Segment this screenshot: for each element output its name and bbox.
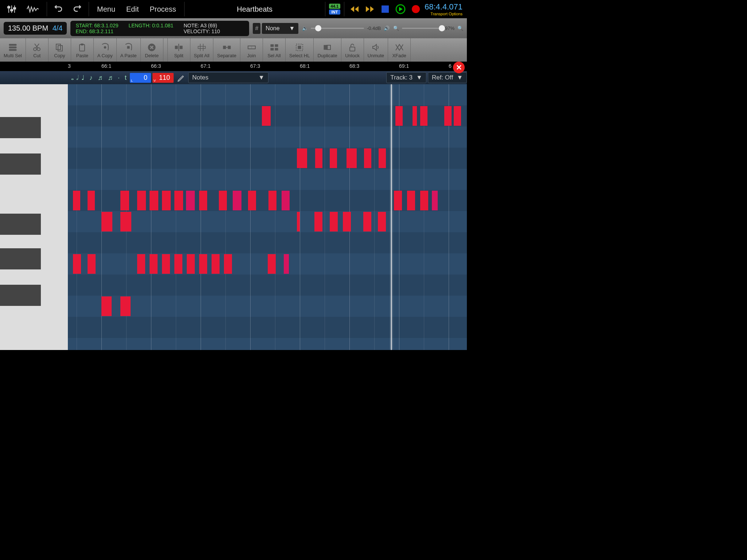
midi-note[interactable]: [297, 148, 307, 168]
midi-note[interactable]: [120, 191, 129, 210]
midi-note[interactable]: [343, 212, 351, 232]
cut-button[interactable]: Cut: [26, 38, 49, 62]
playhead[interactable]: [391, 84, 392, 350]
midi-note[interactable]: [88, 254, 96, 274]
black-key[interactable]: [0, 214, 41, 235]
record-button[interactable]: [411, 4, 421, 14]
a-paste-button[interactable]: A Paste: [117, 38, 141, 62]
white-key[interactable]: [0, 332, 68, 350]
midi-note[interactable]: [137, 254, 145, 274]
triplet-button[interactable]: t: [123, 73, 128, 83]
black-key[interactable]: [0, 248, 41, 269]
midi-note[interactable]: [88, 191, 95, 210]
midi-note[interactable]: [394, 191, 402, 210]
whole-note-button[interactable]: 𝅝: [69, 73, 73, 83]
midi-note[interactable]: [233, 191, 241, 210]
midi-note[interactable]: [248, 191, 256, 210]
midi-note[interactable]: [137, 191, 146, 210]
midi-note[interactable]: [162, 191, 171, 210]
mode-select[interactable]: Notes▼: [188, 72, 268, 83]
midi-note[interactable]: [282, 191, 290, 210]
undo-button[interactable]: [51, 3, 67, 15]
midi-note[interactable]: [120, 296, 131, 316]
menu-button[interactable]: Menu: [93, 5, 120, 13]
black-key[interactable]: [0, 117, 41, 138]
quarter-note-button[interactable]: ♩: [80, 73, 86, 83]
midi-note[interactable]: [314, 212, 322, 232]
midi-note[interactable]: [199, 191, 207, 210]
split-all-button[interactable]: Split All: [190, 38, 214, 62]
join-button[interactable]: Join: [240, 38, 263, 62]
time-display[interactable]: 68:4.4.071 Transport Options: [425, 2, 464, 16]
midi-note[interactable]: [262, 106, 271, 126]
midi-note[interactable]: [101, 212, 112, 232]
midi-note[interactable]: [420, 191, 428, 210]
dot-button[interactable]: ·: [116, 73, 121, 83]
midi-note[interactable]: [413, 106, 417, 126]
midi-note[interactable]: [150, 191, 158, 210]
midi-note[interactable]: [187, 254, 195, 274]
separate-button[interactable]: Separate: [213, 38, 240, 62]
midi-note[interactable]: [284, 254, 289, 274]
midi-note[interactable]: [420, 106, 427, 126]
unlock-button[interactable]: Unlock: [341, 38, 364, 62]
timeline-ruler[interactable]: ✕ 366:166:367:167:368:168:369:16: [0, 62, 467, 71]
midi-note[interactable]: [174, 191, 183, 210]
midi-note[interactable]: [150, 254, 158, 274]
process-button[interactable]: Process: [146, 5, 181, 13]
unmute-button[interactable]: Unmute: [364, 38, 388, 62]
close-button[interactable]: ✕: [453, 62, 465, 73]
select-hl-button[interactable]: Select HL: [286, 38, 314, 62]
sel-all-button[interactable]: Sel All: [263, 38, 286, 62]
midi-note[interactable]: [378, 212, 386, 232]
black-key[interactable]: [0, 285, 41, 306]
paste-button[interactable]: Paste: [71, 38, 94, 62]
delete-button[interactable]: Delete: [141, 38, 163, 62]
midi-note[interactable]: [364, 148, 371, 168]
draw-button[interactable]: [175, 73, 187, 83]
midi-note[interactable]: [212, 254, 220, 274]
snap-select[interactable]: None▼: [262, 23, 298, 34]
split-button[interactable]: Split: [168, 38, 190, 62]
play-button[interactable]: [395, 4, 406, 14]
midi-note[interactable]: [363, 212, 371, 232]
midi-note[interactable]: [219, 191, 227, 210]
midi-note[interactable]: [432, 191, 438, 210]
midi-note[interactable]: [186, 191, 195, 210]
midi-note[interactable]: [315, 148, 322, 168]
half-note-button[interactable]: 𝅗𝅥: [74, 73, 78, 83]
midi-note[interactable]: [379, 148, 386, 168]
zoom-slider[interactable]: [402, 28, 442, 29]
a-copy-button[interactable]: A Copy: [94, 38, 117, 62]
midi-note[interactable]: [330, 212, 338, 232]
black-key[interactable]: [0, 153, 41, 175]
keyboard[interactable]: C4 C3: [0, 84, 68, 350]
midi-note[interactable]: [268, 191, 276, 210]
edit-button[interactable]: Edit: [122, 5, 143, 13]
midi-note[interactable]: [73, 254, 81, 274]
velocity-value-box[interactable]: V110: [152, 73, 174, 83]
xfade-button[interactable]: XFade: [388, 38, 411, 62]
zoom-out-icon[interactable]: 🔍: [393, 26, 399, 31]
sync-badges[interactable]: 44.1 INT: [329, 4, 340, 15]
midi-note[interactable]: [395, 106, 403, 126]
midi-note[interactable]: [268, 254, 276, 274]
eighth-note-button[interactable]: ♪: [88, 73, 94, 83]
16th-note-button[interactable]: ♬: [96, 73, 105, 83]
midi-note[interactable]: [224, 254, 232, 274]
midi-note[interactable]: [174, 254, 182, 274]
zoom-in-icon[interactable]: 🔍: [457, 26, 463, 31]
midi-note[interactable]: [162, 254, 170, 274]
stop-button[interactable]: [380, 4, 390, 14]
ref-select[interactable]: Ref: Off▼: [428, 72, 467, 83]
duplicate-button[interactable]: Duplicate: [314, 38, 341, 62]
midi-note[interactable]: [347, 148, 357, 168]
gain-slider[interactable]: [311, 28, 364, 29]
multi-sel-button[interactable]: Multi Sel: [0, 38, 26, 62]
fast-forward-button[interactable]: [365, 4, 375, 14]
32nd-note-button[interactable]: ♬: [106, 73, 115, 83]
midi-note[interactable]: [330, 148, 337, 168]
redo-button[interactable]: [69, 3, 85, 15]
midi-note[interactable]: [444, 106, 452, 126]
rewind-button[interactable]: [349, 4, 360, 14]
